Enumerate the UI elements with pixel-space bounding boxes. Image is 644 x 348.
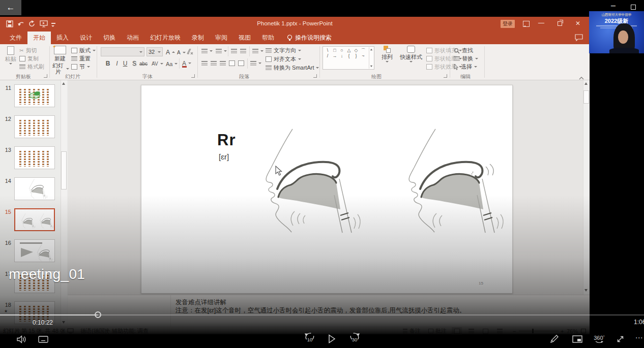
main-scroll-down-icon[interactable]: [584, 289, 588, 292]
zoom-slider-handle[interactable]: [532, 329, 534, 333]
font-color-button[interactable]: A: [182, 59, 191, 67]
font-dialog-launcher[interactable]: [191, 74, 195, 78]
text-direction-button[interactable]: 文字方向: [266, 47, 301, 54]
notes-toggle-button[interactable]: 备注: [403, 327, 421, 335]
shape-glyph[interactable]: ○: [338, 48, 345, 53]
thumbnail-scroll-down-icon[interactable]: [62, 321, 65, 324]
replace-button[interactable]: 替换: [454, 55, 478, 62]
align-text-button[interactable]: 对齐文本: [266, 55, 301, 63]
tab-slideshow[interactable]: 幻灯片放映: [144, 31, 186, 44]
volume-button[interactable]: [15, 334, 27, 344]
change-case-button[interactable]: Aa: [166, 60, 178, 68]
main-scroll-up-icon[interactable]: [584, 82, 588, 85]
tab-help[interactable]: 帮助: [256, 31, 280, 44]
shape-glyph[interactable]: ◇: [353, 48, 360, 53]
annotate-button[interactable]: [549, 334, 560, 344]
justify-button[interactable]: [229, 59, 235, 67]
align-right-button[interactable]: [220, 59, 226, 67]
align-left-button[interactable]: [201, 59, 208, 67]
comments-toggle-button[interactable]: 批注: [428, 327, 447, 335]
collapse-ribbon-button[interactable]: [579, 73, 584, 76]
slide-thumbnail-14[interactable]: [14, 177, 55, 200]
language-indicator[interactable]: 德语(德国): [80, 327, 106, 335]
strikethrough-button[interactable]: abc: [139, 60, 148, 68]
sign-in-button[interactable]: 登录: [501, 20, 515, 28]
thumbnail-scrollbar-track[interactable]: [61, 80, 67, 327]
cut-button[interactable]: ✂剪切: [19, 47, 37, 54]
drawing-dialog-launcher[interactable]: [444, 74, 447, 78]
line-spacing-button[interactable]: [252, 47, 264, 55]
decrease-indent-button[interactable]: [231, 47, 237, 55]
slide-thumbnail-16[interactable]: [14, 239, 55, 262]
slide-thumbnail-15-selected[interactable]: [14, 208, 55, 231]
copy-button[interactable]: 复制: [19, 55, 39, 62]
font-size-combo[interactable]: 32: [147, 47, 163, 56]
tab-file[interactable]: 文件: [4, 31, 27, 44]
character-spacing-button[interactable]: AV: [152, 60, 163, 68]
rewind-10-button[interactable]: 10: [304, 333, 315, 345]
format-painter-button[interactable]: 格式刷: [19, 63, 44, 71]
zoom-in-button[interactable]: +: [561, 327, 564, 335]
reset-button[interactable]: 重置: [71, 55, 91, 62]
play-button[interactable]: [327, 334, 336, 344]
italic-button[interactable]: I: [113, 59, 121, 67]
mini-player-button[interactable]: [572, 335, 583, 343]
paste-button[interactable]: 粘贴: [3, 46, 18, 65]
rotate-360-button[interactable]: 360°: [592, 334, 607, 344]
increase-indent-button[interactable]: [240, 47, 246, 55]
slide-canvas[interactable]: Rr [ɛr] 15: [141, 85, 513, 294]
shrink-font-button[interactable]: A: [177, 49, 186, 56]
shape-glyph[interactable]: ⌒: [360, 48, 367, 53]
back-button[interactable]: ←: [0, 0, 21, 15]
window-minimize-button[interactable]: –: [611, 1, 616, 10]
ppt-minimize-button[interactable]: —: [538, 19, 544, 26]
underline-button[interactable]: U: [121, 59, 129, 67]
more-options-button[interactable]: ⋯: [634, 333, 644, 343]
slide-sorter-view-button[interactable]: [466, 327, 476, 335]
slide-thumbnail-11[interactable]: [14, 84, 55, 107]
shape-glyph[interactable]: /: [324, 53, 331, 59]
text-shadow-button[interactable]: S: [130, 59, 138, 67]
normal-view-button[interactable]: [452, 327, 462, 335]
layout-button[interactable]: 版式: [71, 47, 96, 54]
tab-review[interactable]: 审阅: [210, 31, 233, 44]
seek-bar-handle[interactable]: [95, 311, 101, 318]
ribbon-display-options-icon[interactable]: [523, 21, 530, 27]
fullscreen-button[interactable]: [615, 334, 625, 344]
tab-record[interactable]: 录制: [186, 31, 210, 44]
shape-glyph[interactable]: \: [324, 48, 331, 53]
keyboard-panel-button[interactable]: [38, 335, 49, 343]
numbering-button[interactable]: [216, 47, 227, 55]
window-maximize-button[interactable]: [631, 5, 636, 10]
presenter-display-icon[interactable]: [67, 328, 74, 334]
distribute-button[interactable]: [238, 59, 244, 67]
notes-pane[interactable]: 发音难点详细讲解 注意：在发[ɛr]这个音时，空气通过小舌时会引起小舌的震动，发…: [68, 295, 590, 327]
forward-30-button[interactable]: 30: [349, 333, 360, 345]
tab-transitions[interactable]: 切换: [98, 31, 121, 44]
select-button[interactable]: 选择: [454, 63, 477, 71]
tab-animations[interactable]: 动画: [121, 31, 144, 44]
paragraph-dialog-launcher[interactable]: [313, 74, 317, 78]
slide-thumbnail-13[interactable]: [14, 146, 55, 169]
shape-glyph[interactable]: →: [331, 53, 338, 59]
tell-me-search[interactable]: 操作说明搜索: [287, 31, 332, 44]
shapes-gallery[interactable]: \ □ ○ △ ◇ ⌒ / → ↓ { } ~: [323, 46, 374, 70]
shape-glyph[interactable]: □: [331, 48, 338, 53]
shape-glyph[interactable]: ~: [360, 53, 367, 59]
shape-glyph[interactable]: △: [345, 48, 353, 53]
font-name-combo[interactable]: [101, 47, 144, 56]
shape-glyph[interactable]: {: [345, 53, 353, 59]
clipboard-dialog-launcher[interactable]: [44, 74, 47, 78]
arrange-button[interactable]: 排列: [378, 46, 396, 62]
reading-view-button[interactable]: [480, 327, 490, 335]
align-center-button[interactable]: [211, 59, 217, 67]
columns-button[interactable]: [250, 59, 261, 67]
new-slide-button[interactable]: ✦ 新建 幻灯片: [51, 46, 69, 75]
fit-slide-to-window-icon[interactable]: [581, 329, 586, 333]
main-scrollbar-thumb[interactable]: [583, 90, 589, 104]
comment-bubble-icon[interactable]: [575, 34, 583, 41]
shape-glyph[interactable]: }: [353, 53, 360, 59]
zoom-percentage[interactable]: 76%: [567, 327, 578, 335]
tab-design[interactable]: 设计: [74, 31, 98, 44]
zoom-out-button[interactable]: −: [513, 327, 516, 335]
